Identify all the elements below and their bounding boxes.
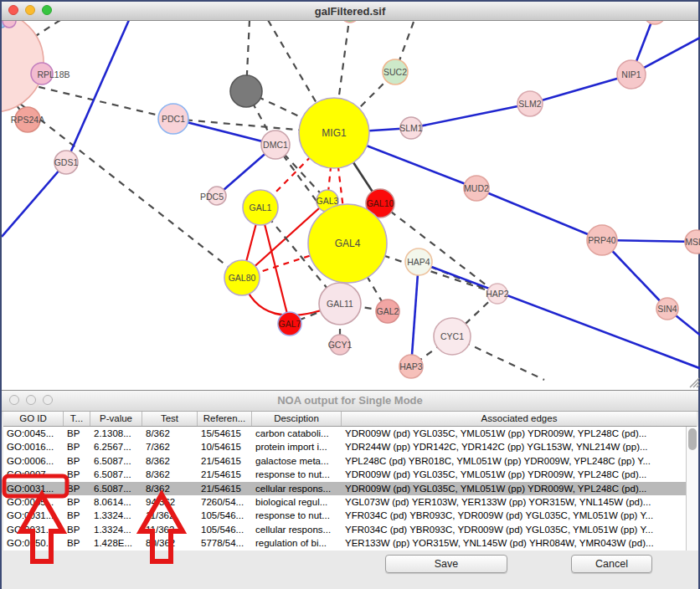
cell-reference: 7260/54...: [198, 495, 252, 509]
column-header-reference[interactable]: Referen...: [198, 412, 252, 426]
cancel-button[interactable]: Cancel: [571, 555, 652, 573]
cell-type: BP: [64, 468, 90, 481]
noa-window: NOA output for Single Mode GO IDT...P-va…: [2, 390, 698, 589]
edge-blue: [476, 188, 602, 240]
cell-type: BP: [64, 482, 90, 495]
edge-blue: [411, 104, 530, 128]
cell-p_value: 6.5087...: [90, 454, 142, 468]
table-row[interactable]: GO:0007...BP6.5087...8/36221/54615respon…: [3, 468, 697, 481]
node-label-GAL7: GAL7: [279, 319, 301, 329]
cell-description: protein import i...: [252, 440, 342, 453]
node-label-GAL1: GAL1: [250, 202, 272, 213]
table-row[interactable]: GO:0065...BP8.0614...94/3627260/54...bio…: [3, 495, 697, 509]
noa-window-title: NOA output for Single Mode: [2, 394, 698, 407]
node-gray[interactable]: [230, 75, 262, 107]
cell-reference: 10/54615: [198, 440, 252, 453]
cell-reference: 105/546...: [198, 523, 252, 536]
node-label-GAL10: GAL10: [367, 198, 394, 208]
cell-description: regulation of bi...: [252, 536, 342, 550]
table-row[interactable]: GO:0031...BP1.3324...11/362105/546...res…: [3, 509, 697, 522]
node-label-PRP40: PRP40: [588, 235, 615, 245]
table-row[interactable]: GO:0045...BP2.1308...8/36215/54615carbon…: [3, 427, 697, 440]
cell-type: BP: [64, 454, 90, 468]
resize-grip[interactable]: [697, 385, 699, 387]
cell-description: carbon cataboli...: [252, 427, 342, 440]
table-row[interactable]: GO:0050...BP1.428E...80/3625778/54...reg…: [3, 536, 697, 550]
noa-titlebar[interactable]: NOA output for Single Mode: [2, 391, 698, 412]
cell-reference: 21/54615: [198, 454, 252, 468]
cell-type: BP: [64, 523, 90, 536]
cell-reference: 105/546...: [198, 509, 252, 522]
cell-associated_edges: YDR244W (pp) YDR142C, YDR142C (pp) YGL15…: [342, 440, 697, 453]
node-label-GCY1: GCY1: [328, 340, 353, 350]
node-label-RPL18B: RPL18B: [37, 69, 69, 79]
node-label-PDC5: PDC5: [200, 192, 224, 202]
cell-go_id: GO:0016...: [3, 440, 64, 453]
cell-description: response to nut...: [252, 468, 342, 481]
cell-type: BP: [64, 427, 90, 440]
node-label-GAL11: GAL11: [327, 299, 353, 309]
scrollbar-thumb[interactable]: [688, 428, 697, 450]
column-header-associated_edges[interactable]: Associated edges: [342, 412, 697, 426]
cell-description: galactose meta...: [252, 454, 342, 468]
button-panel: Save Cancel: [2, 551, 698, 589]
cell-go_id: GO:0031...: [3, 482, 64, 495]
cell-description: biological regul...: [252, 495, 342, 509]
cell-description: cellular respons...: [252, 523, 342, 536]
cell-type: BP: [64, 440, 90, 453]
column-header-type[interactable]: T...: [64, 412, 90, 426]
node-label-SLM1: SLM1: [399, 123, 423, 133]
network-canvas[interactable]: RPL18BRPS24AGDS1PDC1PDC5DMC1MIG1SUC2SLM1…: [2, 2, 700, 389]
node-label-RPS24A: RPS24A: [11, 115, 44, 125]
cell-test: 8/362: [142, 482, 198, 495]
cell-associated_edges: YDR009W (pd) YGL035C, YML051W (pp) YDR00…: [342, 482, 697, 495]
table-row[interactable]: GO:0016...BP6.2567...7/36210/54615protei…: [3, 440, 697, 453]
node-label-MIG1: MIG1: [322, 127, 347, 139]
vertical-scrollbar[interactable]: [686, 427, 698, 551]
node-label-HAP2: HAP2: [486, 289, 509, 299]
cell-associated_edges: YDR009W (pd) YGL035C, YML051W (pp) YDR00…: [342, 468, 697, 481]
network-window: RPL18BRPS24AGDS1PDC1PDC5DMC1MIG1SUC2SLM1…: [2, 2, 698, 389]
cell-test: 8/362: [142, 427, 198, 440]
cell-associated_edges: YDR009W (pd) YGL035C, YML051W (pp) YDR00…: [342, 427, 697, 440]
node-label-HAP4: HAP4: [407, 257, 430, 267]
node-label-MSL1: MSL1: [685, 237, 700, 247]
column-header-description[interactable]: Desciption: [252, 412, 342, 426]
network-titlebar[interactable]: galFiltered.sif: [2, 2, 698, 21]
cell-associated_edges: YFR034C (pd) YBR093C, YDR009W (pd) YGL03…: [342, 523, 697, 536]
cell-p_value: 1.3324...: [90, 523, 142, 536]
cell-p_value: 6.5087...: [90, 482, 142, 495]
column-header-test[interactable]: Test: [142, 412, 198, 426]
desktop-screen: RPL18BRPS24AGDS1PDC1PDC5DMC1MIG1SUC2SLM1…: [0, 0, 700, 589]
save-button[interactable]: Save: [385, 555, 507, 573]
zoom-button[interactable]: [42, 5, 52, 15]
node-label-DMC1: DMC1: [263, 140, 288, 150]
cell-test: 80/362: [142, 536, 198, 550]
cell-type: BP: [64, 536, 90, 550]
cell-go_id: GO:0050...: [3, 536, 64, 550]
cell-reference: 5778/54...: [198, 536, 252, 550]
node-label-GAL3: GAL3: [317, 196, 339, 206]
cell-associated_edges: YFR034C (pd) YBR093C, YDR009W (pd) YGL03…: [342, 509, 697, 522]
cell-associated_edges: YGL073W (pd) YER103W, YER133W (pp) YOR31…: [342, 495, 697, 509]
column-header-go_id[interactable]: GO ID: [3, 412, 64, 426]
cell-p_value: 2.1308...: [90, 427, 142, 440]
node-label-SIN4: SIN4: [657, 304, 677, 314]
node-label-PDC1: PDC1: [162, 114, 185, 124]
table-row[interactable]: GO:0006...BP6.5087...8/36221/54615galact…: [3, 454, 697, 468]
window-title: galFiltered.sif: [2, 5, 698, 18]
node-label-SLM2: SLM2: [518, 99, 542, 109]
node-label-GAL2: GAL2: [377, 306, 399, 316]
cell-associated_edges: YER133W (pp) YOR315W, YNL145W (pd) YHR08…: [342, 536, 697, 550]
table-row[interactable]: GO:0031...BP6.5087...8/36221/54615cellul…: [3, 482, 697, 495]
edge-blue: [411, 262, 419, 366]
cell-test: 94/362: [142, 495, 198, 509]
cell-p_value: 8.0614...: [90, 495, 142, 509]
table-row[interactable]: GO:0031...BP1.3324...11/362105/546...cel…: [3, 523, 697, 536]
minimize-button[interactable]: [25, 5, 35, 15]
cell-p_value: 1.428E...: [90, 536, 142, 550]
column-header-p_value[interactable]: P-value: [90, 412, 142, 426]
cell-go_id: GO:0065...: [3, 495, 64, 509]
close-button[interactable]: [8, 5, 18, 15]
cell-p_value: 6.2567...: [90, 440, 142, 453]
